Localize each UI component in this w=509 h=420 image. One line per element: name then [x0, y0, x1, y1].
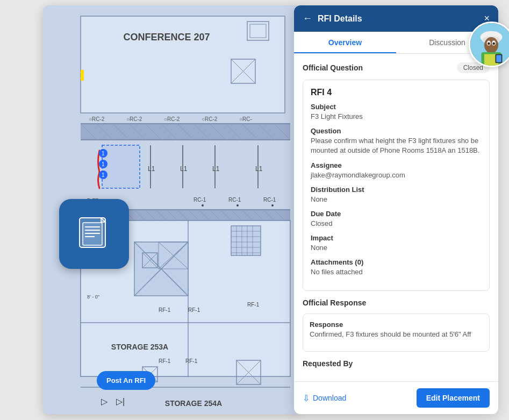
field-value-due-date: Closed [311, 219, 482, 229]
svg-point-46 [202, 204, 204, 207]
svg-text:RC-1: RC-1 [193, 197, 206, 203]
requested-by-section: Requested By [303, 359, 490, 368]
panel-tabs: Overview Discussion [294, 32, 498, 54]
svg-rect-85 [231, 226, 261, 255]
media-controls: ▷ ▷| [101, 396, 125, 407]
svg-text:RF-1: RF-1 [188, 307, 200, 313]
svg-text:L1: L1 [255, 165, 263, 173]
svg-text:STORAGE 254A: STORAGE 254A [165, 399, 222, 408]
svg-text:○RC-2: ○RC-2 [202, 116, 218, 122]
svg-text:L1: L1 [148, 165, 155, 173]
response-card: Response Confirmed, F3 fixtures should b… [303, 314, 490, 352]
requested-by-label: Requested By [303, 359, 353, 368]
field-label-assignee: Assignee [311, 161, 482, 169]
rfi-card: RFI 4 Subject F3 Light Fixtures Question… [303, 80, 490, 291]
response-title: Official Response [303, 298, 366, 307]
panel-header: ← RFI Details × [294, 5, 498, 32]
svg-rect-37 [102, 145, 140, 188]
download-button[interactable]: ⇩ Download [303, 393, 346, 403]
skip-button[interactable]: ▷| [116, 396, 125, 407]
back-arrow-icon[interactable]: ← [303, 13, 312, 24]
svg-text:1: 1 [102, 161, 105, 167]
svg-text:RC-1: RC-1 [263, 197, 276, 203]
section-header-official-question: Official Question Closed [303, 62, 490, 73]
download-icon: ⇩ [303, 393, 310, 403]
field-label-due-date: Due Date [311, 210, 482, 218]
svg-point-48 [236, 204, 239, 207]
svg-text:1: 1 [102, 172, 105, 178]
svg-text:RF-1: RF-1 [159, 358, 171, 364]
worker-avatar [469, 22, 509, 67]
panel-footer: ⇩ Download Edit Placement [294, 381, 498, 414]
svg-text:○RC-2: ○RC-2 [89, 116, 105, 122]
svg-text:STORAGE 253A: STORAGE 253A [111, 343, 168, 351]
panel-title: RFI Details [318, 14, 362, 24]
download-label: Download [313, 394, 346, 402]
svg-point-121 [484, 37, 498, 53]
main-container: CONFERENCE 207 ○RC-2 ○RC-2 ○RC-2 ○RC-2 ○… [0, 0, 509, 420]
svg-text:CONFERENCE  207: CONFERENCE 207 [123, 32, 210, 42]
panel-content: Official Question Closed RFI 4 Subject F… [294, 54, 498, 381]
field-value-assignee: jlake@raymondlakegroup.com [311, 170, 482, 180]
rfi-panel: ← RFI Details × Overview Discussion Offi… [294, 5, 498, 414]
svg-text:L1: L1 [180, 165, 188, 173]
svg-rect-129 [496, 55, 501, 62]
svg-point-50 [271, 204, 274, 207]
panel-header-left: ← RFI Details [303, 13, 362, 24]
response-label: Response [310, 321, 483, 329]
official-question-title: Official Question [303, 63, 363, 72]
svg-text:L1: L1 [212, 165, 220, 173]
play-button[interactable]: ▷ [101, 396, 107, 407]
blueprint-app-icon [59, 199, 129, 269]
worker-avatar-svg [470, 23, 509, 66]
field-value-attachments: No files attached [311, 267, 482, 277]
response-section: Official Response Response Confirmed, F3… [303, 298, 490, 352]
svg-text:RF-1: RF-1 [247, 302, 260, 308]
post-rfi-button[interactable]: Post An RFI [97, 371, 155, 390]
field-label-attachments: Attachments (0) [311, 258, 482, 266]
blueprint-area: CONFERENCE 207 ○RC-2 ○RC-2 ○RC-2 ○RC-2 ○… [43, 5, 301, 414]
field-label-impact: Impact [311, 234, 482, 242]
field-label-distribution: Distribution List [311, 186, 482, 194]
svg-text:○RC-2: ○RC-2 [164, 116, 180, 122]
field-value-question: Please confirm what height the F3 light … [311, 136, 482, 155]
svg-text:8' - 0": 8' - 0" [87, 294, 99, 300]
tab-overview[interactable]: Overview [294, 32, 396, 53]
svg-point-124 [488, 42, 490, 45]
blueprint-icon-svg [75, 215, 113, 253]
field-value-impact: None [311, 243, 482, 253]
edit-placement-button[interactable]: Edit Placement [417, 388, 490, 408]
svg-text:○RC-2: ○RC-2 [126, 116, 142, 122]
svg-text:RF-1: RF-1 [159, 307, 171, 313]
svg-text:○RC-: ○RC- [239, 116, 252, 122]
svg-text:RC-1: RC-1 [228, 197, 241, 203]
svg-point-125 [492, 42, 495, 45]
field-value-distribution: None [311, 195, 482, 204]
field-label-subject: Subject [311, 103, 482, 111]
field-label-question: Question [311, 127, 482, 135]
field-value-subject: F3 Light Fixtures [311, 112, 482, 122]
svg-rect-111 [81, 70, 84, 81]
section-header-response: Official Response [303, 298, 490, 307]
svg-rect-1 [81, 16, 285, 113]
svg-text:RF-1: RF-1 [185, 358, 198, 364]
svg-text:1: 1 [102, 151, 105, 156]
response-value: Confirmed, F3 fixtures should be mounted… [310, 330, 483, 339]
rfi-number: RFI 4 [311, 88, 482, 97]
